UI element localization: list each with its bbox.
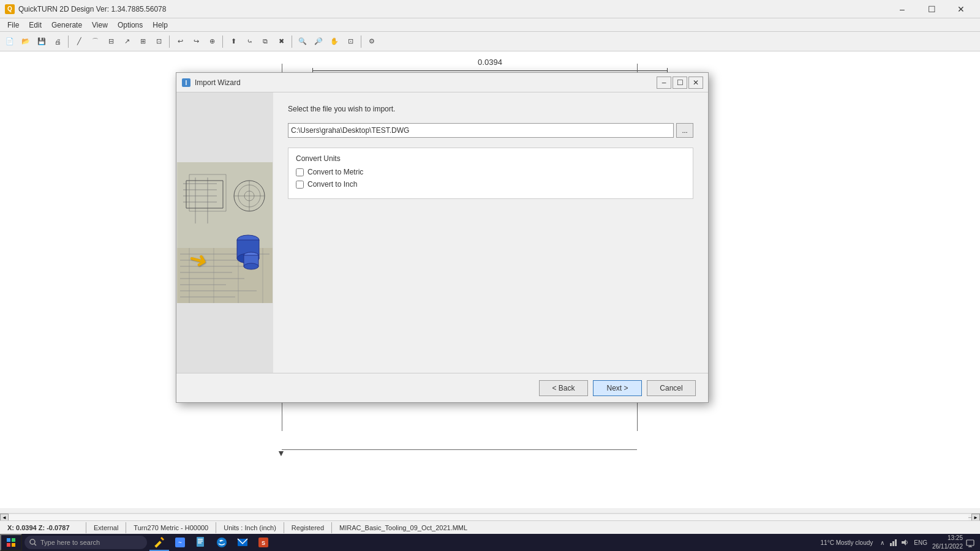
toolbar-pan[interactable]: ✋ bbox=[327, 34, 342, 49]
start-button[interactable] bbox=[0, 534, 22, 551]
taskbar-app-edge[interactable] bbox=[212, 534, 232, 551]
taskbar-app-design[interactable] bbox=[149, 534, 169, 551]
toolbar-move[interactable]: ⬆ bbox=[226, 34, 241, 49]
toolbar-draw1[interactable]: ╱ bbox=[72, 34, 86, 49]
dialog-body: ➜ Select the file bbox=[176, 92, 708, 373]
toolbar-draw6[interactable]: ⊡ bbox=[151, 34, 166, 49]
status-units: Units : Inch (inch) bbox=[216, 524, 284, 531]
svg-line-46 bbox=[34, 544, 36, 545]
file-path-input[interactable] bbox=[288, 123, 674, 138]
wizard-illustration: ➜ bbox=[177, 162, 273, 303]
taskbar-search-bar[interactable]: Type here to search bbox=[24, 536, 147, 549]
taskbar-search-icon bbox=[29, 539, 37, 546]
toolbar-draw5[interactable]: ⊞ bbox=[135, 34, 150, 49]
toolbar-zoom-in[interactable]: 🔍 bbox=[295, 34, 310, 49]
close-button[interactable]: ✕ bbox=[947, 0, 975, 18]
email-icon bbox=[236, 536, 249, 549]
browse-button[interactable]: ... bbox=[676, 123, 693, 138]
svg-text:~: ~ bbox=[178, 539, 182, 546]
windows-logo-icon bbox=[6, 538, 16, 547]
hscroll-track bbox=[9, 515, 968, 521]
toolbar-new[interactable]: 📄 bbox=[2, 34, 17, 49]
status-coords: X: 0.0394 Z: -0.0787 bbox=[0, 524, 86, 531]
menu-file[interactable]: File bbox=[2, 20, 24, 31]
svg-marker-62 bbox=[902, 539, 906, 545]
next-button[interactable]: Next > bbox=[593, 380, 642, 396]
toolbar-sep-4 bbox=[292, 36, 292, 48]
app-title: QuickTURN 2D Design Ver: 1.34.7885.56078 bbox=[18, 5, 888, 13]
convert-inch-row: Convert to Inch bbox=[296, 180, 685, 189]
taskbar-apps: ~ S bbox=[149, 534, 813, 551]
clock-time: 13:25 bbox=[932, 534, 963, 542]
toolbar-zoom-out[interactable]: 🔎 bbox=[311, 34, 326, 49]
toolbar-cmd1[interactable]: ⊕ bbox=[205, 34, 219, 49]
toolbar-redo[interactable]: ↪ bbox=[189, 34, 203, 49]
toolbar-undo[interactable]: ↩ bbox=[173, 34, 187, 49]
toolbar-draw3[interactable]: ⊟ bbox=[104, 34, 118, 49]
toolbar-draw2[interactable]: ⌒ bbox=[88, 34, 102, 49]
status-external: External bbox=[86, 524, 126, 531]
toolbar-open[interactable]: 📂 bbox=[18, 34, 33, 49]
toolbar-save[interactable]: 💾 bbox=[34, 34, 49, 49]
status-registered: Registered bbox=[284, 524, 331, 531]
svg-rect-51 bbox=[197, 537, 204, 547]
convert-inch-checkbox[interactable] bbox=[296, 181, 304, 189]
dialog-title-text: Import Wizard bbox=[195, 78, 657, 87]
dialog-minimize-btn[interactable]: – bbox=[657, 77, 671, 89]
window-controls: – ☐ ✕ bbox=[888, 0, 975, 18]
svg-rect-61 bbox=[895, 539, 897, 546]
toolbar-draw4[interactable]: ↗ bbox=[119, 34, 134, 49]
dialog-footer: < Back Next > Cancel bbox=[176, 373, 708, 402]
svg-text:I: I bbox=[186, 80, 187, 86]
dimension-label: 0.0394 bbox=[478, 58, 502, 67]
maximize-button[interactable]: ☐ bbox=[918, 0, 946, 18]
dialog-left-panel: ➜ bbox=[176, 92, 273, 373]
svg-rect-60 bbox=[892, 541, 894, 546]
taskbar-app-6[interactable]: S bbox=[254, 534, 273, 551]
svg-point-40 bbox=[244, 263, 258, 269]
convert-metric-checkbox[interactable] bbox=[296, 168, 304, 176]
app-icon: Q bbox=[5, 4, 15, 14]
svg-rect-47 bbox=[154, 541, 161, 547]
menu-edit[interactable]: Edit bbox=[24, 20, 47, 31]
dim-line-left bbox=[313, 70, 667, 71]
cancel-button[interactable]: Cancel bbox=[647, 380, 696, 396]
import-wizard-dialog: I Import Wizard – ☐ ✕ bbox=[176, 72, 709, 403]
toolbar-fit[interactable]: ⊡ bbox=[343, 34, 358, 49]
tray-volume-icon bbox=[900, 538, 909, 547]
taskbar-app-2[interactable]: ~ bbox=[170, 534, 190, 551]
convert-metric-row: Convert to Metric bbox=[296, 168, 685, 176]
toolbar-rotate[interactable]: ⤿ bbox=[242, 34, 257, 49]
menu-view[interactable]: View bbox=[87, 20, 113, 31]
toolbar-print[interactable]: 🖨 bbox=[50, 34, 65, 49]
dialog-titlebar: I Import Wizard – ☐ ✕ bbox=[176, 73, 708, 92]
svg-rect-59 bbox=[890, 543, 892, 546]
tray-notification-icon[interactable] bbox=[965, 538, 975, 547]
svg-rect-42 bbox=[12, 538, 15, 542]
toolbar-copy[interactable]: ⧉ bbox=[258, 34, 273, 49]
dialog-maximize-btn[interactable]: ☐ bbox=[673, 77, 687, 89]
file-icon bbox=[195, 536, 207, 549]
tray-lang[interactable]: ENG bbox=[911, 539, 930, 546]
taskbar-app-3[interactable] bbox=[191, 534, 211, 551]
menu-options[interactable]: Options bbox=[113, 20, 148, 31]
taskbar: Type here to search ~ bbox=[0, 534, 980, 551]
tray-clock[interactable]: 13:25 26/11/2022 bbox=[932, 534, 963, 551]
titlebar: Q QuickTURN 2D Design Ver: 1.34.7885.560… bbox=[0, 0, 980, 18]
tray-expand-icon[interactable]: ∧ bbox=[878, 539, 887, 546]
menu-help[interactable]: Help bbox=[148, 20, 173, 31]
status-tooling: MIRAC_Basic_Tooling_09_Oct_2021.MML bbox=[332, 524, 475, 531]
dialog-close-btn[interactable]: ✕ bbox=[688, 77, 703, 89]
toolbar-sep-2 bbox=[169, 36, 170, 48]
back-button[interactable]: < Back bbox=[539, 380, 588, 396]
minimize-button[interactable]: – bbox=[888, 0, 916, 18]
toolbar-delete[interactable]: ✖ bbox=[274, 34, 288, 49]
toolbar-sep-5 bbox=[361, 36, 361, 48]
toolbar-sep-1 bbox=[68, 36, 69, 48]
taskbar-search-text: Type here to search bbox=[40, 539, 100, 546]
menu-generate[interactable]: Generate bbox=[47, 20, 87, 31]
tray-weather: 11°C Mostly cloudy bbox=[818, 539, 876, 546]
statusbar: X: 0.0394 Z: -0.0787 External Turn270 Me… bbox=[0, 520, 980, 534]
toolbar-extra[interactable]: ⚙ bbox=[364, 34, 379, 49]
taskbar-app-email[interactable] bbox=[233, 534, 252, 551]
